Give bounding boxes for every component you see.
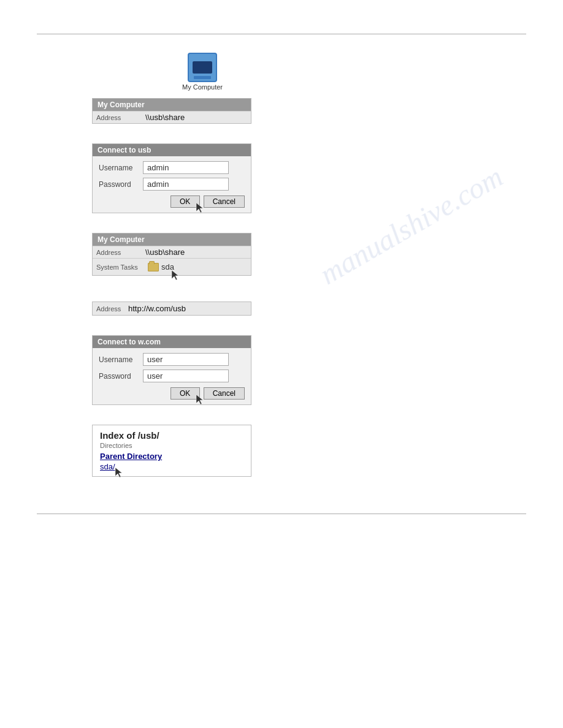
- cursor-icon-3: [195, 393, 204, 404]
- parent-directory-link[interactable]: Parent Directory: [100, 452, 243, 461]
- computer-icon-label: My Computer: [182, 83, 223, 91]
- index-title: Index of /usb/: [100, 430, 243, 441]
- sda-link[interactable]: sda/: [100, 462, 115, 471]
- section-2: Connect to usb Username Password OK: [92, 143, 251, 213]
- connect-wcom-dialog: Connect to w.com Username Password OK: [92, 335, 251, 405]
- password-input-2[interactable]: [143, 370, 229, 382]
- dialog-buttons-2: OK Cancel: [99, 387, 245, 400]
- section-5: Connect to w.com Username Password OK: [92, 335, 251, 405]
- password-label-1: Password: [99, 180, 143, 189]
- system-tasks-label: System Tasks: [96, 261, 145, 271]
- username-label-2: Username: [99, 355, 143, 364]
- svg-marker-2: [196, 395, 203, 404]
- address-value-1: \\usb\share: [145, 113, 185, 122]
- address-row-2: Address \\usb\share: [93, 246, 251, 258]
- folder-icon: [148, 263, 159, 271]
- connect-usb-title: Connect to usb: [93, 144, 251, 156]
- username-label-1: Username: [99, 164, 143, 172]
- cancel-button-2[interactable]: Cancel: [204, 387, 245, 400]
- cursor-icon-2: [170, 269, 179, 280]
- connect-usb-body: Username Password OK Cancel: [93, 156, 251, 213]
- password-field-1: Password: [99, 178, 245, 191]
- dialog-buttons-1: OK Cancel: [99, 195, 245, 208]
- address-label-2: Address: [96, 249, 145, 256]
- index-panel: Index of /usb/ Directories Parent Direct…: [92, 425, 251, 477]
- username-input-2[interactable]: [143, 353, 229, 366]
- address-label-3: Address: [96, 305, 128, 313]
- section-1: My Computer My Computer Address \\usb\sh…: [92, 53, 251, 124]
- connect-wcom-title: Connect to w.com: [93, 336, 251, 348]
- svg-marker-0: [196, 203, 203, 213]
- password-field-2: Password: [99, 370, 245, 382]
- my-computer-panel-1: My Computer Address \\usb\share: [92, 98, 251, 124]
- cursor-icon-4: [114, 466, 123, 477]
- my-computer-panel-title-1: My Computer: [93, 99, 251, 111]
- address-row-1: Address \\usb\share: [93, 111, 251, 123]
- svg-marker-1: [172, 270, 178, 280]
- section-4: Address http://w.com/usb: [92, 301, 251, 316]
- address-bar-2: Address http://w.com/usb: [92, 301, 251, 316]
- bottom-divider: [37, 514, 526, 514]
- page-content: My Computer My Computer Address \\usb\sh…: [0, 34, 563, 495]
- password-label-2: Password: [99, 372, 143, 381]
- my-computer-panel-2: My Computer Address \\usb\share System T…: [92, 233, 251, 276]
- section-3: My Computer Address \\usb\share System T…: [92, 233, 251, 276]
- address-label-1: Address: [96, 114, 145, 121]
- address-value-2: \\usb\share: [145, 248, 185, 257]
- username-field-2: Username: [99, 353, 245, 366]
- cancel-button-1[interactable]: Cancel: [204, 195, 245, 208]
- computer-icon: [188, 53, 217, 82]
- connect-wcom-body: Username Password OK Cancel: [93, 348, 251, 404]
- section-6: Index of /usb/ Directories Parent Direct…: [92, 425, 251, 477]
- cursor-icon-1: [195, 202, 204, 213]
- svg-marker-3: [115, 468, 122, 477]
- username-input-1[interactable]: [143, 161, 229, 174]
- directories-label: Directories: [100, 442, 243, 449]
- connect-usb-dialog: Connect to usb Username Password OK: [92, 143, 251, 213]
- system-tasks-row: System Tasks sda: [93, 258, 251, 275]
- address-value-3: http://w.com/usb: [128, 304, 186, 313]
- password-input-1[interactable]: [143, 178, 229, 191]
- username-field-1: Username: [99, 161, 245, 174]
- my-computer-panel-title-2: My Computer: [93, 233, 251, 246]
- my-computer-icon-block: My Computer: [153, 53, 251, 91]
